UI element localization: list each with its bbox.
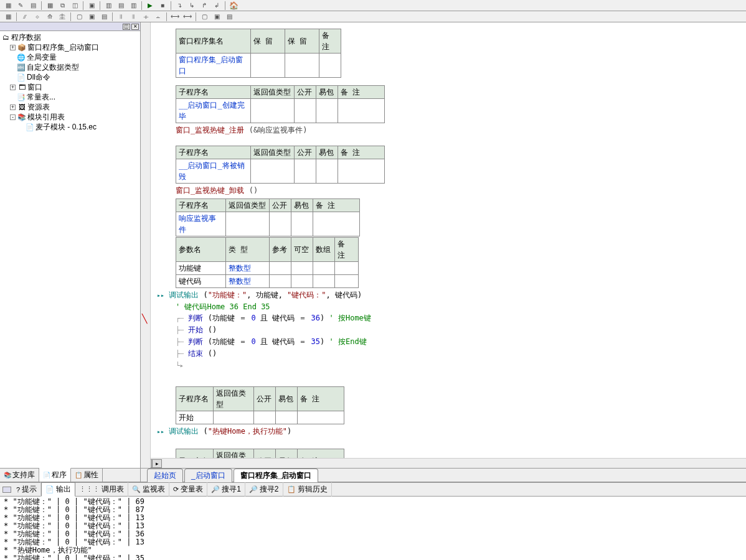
tree-item-label: 常量表... (27, 92, 55, 103)
tb-icon[interactable]: ◫ (69, 1, 80, 11)
tb-icon[interactable]: ▥ (103, 1, 114, 11)
tab-label: 输出 (56, 484, 71, 495)
tab-label: 调用表 (102, 484, 124, 495)
tb-icon[interactable]: ↳ (186, 1, 197, 11)
tb-icon[interactable]: ⫴ (128, 12, 139, 22)
output-line: * "功能键：" | 0 | "键代码：" | 13 (4, 538, 742, 546)
home-icon[interactable]: 🏠 (228, 1, 239, 11)
bottom-tab[interactable]: ⟳变量表 (169, 482, 207, 497)
tab-label: 变量表 (181, 484, 203, 495)
tab-icon: 📋 (75, 472, 82, 478)
tb-icon[interactable]: ▣ (86, 1, 97, 11)
tree-item[interactable]: +🗔窗口 (1, 82, 139, 92)
left-tab[interactable]: 📚支持库 (0, 469, 39, 482)
tb-icon[interactable]: ⧉ (57, 1, 68, 11)
tree-item-label: 自定义数据类型 (27, 62, 79, 73)
assembly-table: 窗口程序集名保 留保 留备 注 窗口程序集_启动窗口 (176, 29, 341, 78)
tree-item[interactable]: -📚模块引用表 (1, 112, 139, 122)
tb-icon[interactable]: ▦ (2, 1, 14, 11)
tree-item[interactable]: 📄麦子模块 - 0.15.ec (1, 122, 139, 132)
tb-icon[interactable]: ▤ (224, 12, 235, 22)
left-tab[interactable]: 📄程序 (39, 468, 71, 482)
tb-icon[interactable]: ⟷ (182, 12, 193, 22)
bottom-tab[interactable]: ?提示 (12, 482, 41, 497)
code-content[interactable]: 窗口程序集名保 留保 留备 注 窗口程序集_启动窗口 子程序名返回值类型公开易包… (151, 22, 746, 458)
tree-toggle-icon[interactable]: + (10, 45, 16, 50)
panel-grip-icon[interactable] (2, 487, 11, 493)
tree-item-icon: 🔤 (17, 63, 26, 72)
tree-toggle-icon[interactable]: - (10, 114, 16, 120)
panel-header: ◫ ✕ (0, 22, 140, 31)
tab-label: 搜寻1 (222, 484, 241, 495)
tb-icon[interactable]: ⫠ (153, 12, 164, 22)
tb-icon[interactable]: ⫴ (115, 12, 126, 22)
tb-icon[interactable]: ▤ (115, 1, 126, 11)
tb-icon[interactable]: ▦ (44, 1, 55, 11)
tb-icon[interactable]: ⟰ (44, 12, 55, 22)
tree-item[interactable]: 📄Dll命令 (1, 72, 139, 82)
tb-icon[interactable]: ✎ (15, 1, 26, 11)
tree-item[interactable]: +📦窗口程序集_启动窗口 (1, 42, 139, 52)
tb-icon[interactable]: ⫽ (19, 12, 31, 22)
tb-icon[interactable]: ⟷ (169, 12, 181, 22)
panel-pin-icon[interactable]: ◫ (123, 24, 130, 30)
tree-item-label: 全局变量 (27, 52, 57, 63)
tb-icon[interactable]: ↴ (174, 1, 185, 11)
tb-icon[interactable]: 圭 (57, 12, 68, 22)
tree-item[interactable]: +🖼资源表 (1, 102, 139, 112)
tree-root-label: 程序数据 (11, 32, 41, 43)
tree-item-label: 窗口 (27, 82, 42, 93)
horizontal-scrollbar[interactable]: ◂ ▸ (141, 458, 746, 468)
tb-icon[interactable]: ▦ (2, 12, 14, 22)
code-gutter: ╲ (141, 22, 151, 468)
tab-icon: 📋 (287, 485, 296, 493)
tb-icon[interactable]: ▤ (98, 12, 110, 22)
tab-label: 监视表 (143, 484, 165, 495)
panel-close-icon[interactable]: ✕ (131, 24, 139, 30)
run-icon[interactable]: ▶ (144, 1, 156, 11)
tab-icon: ⟳ (173, 485, 179, 493)
tree-item-icon: 🌐 (17, 54, 26, 62)
project-panel: ◫ ✕ 🗂 程序数据 +📦窗口程序集_启动窗口🌐全局变量🔤自定义数据类型📄Dll… (0, 22, 141, 482)
tab-label: 属性 (83, 470, 98, 480)
code-tab[interactable]: 起始页 (147, 469, 183, 482)
tb-icon[interactable]: ▥ (128, 1, 139, 11)
scroll-right-icon[interactable]: ▸ (152, 459, 162, 468)
tb-icon[interactable]: ▢ (73, 12, 85, 22)
tb-icon[interactable]: ▤ (27, 1, 39, 11)
bottom-tab[interactable]: 🔎搜寻2 (245, 482, 283, 497)
tree-item-label: Dll命令 (27, 72, 50, 83)
tab-icon: 🔍 (132, 485, 141, 493)
bottom-tab[interactable]: 📋剪辑历史 (283, 482, 332, 497)
tree-item[interactable]: 📑常量表... (1, 92, 139, 102)
tree-item-icon: 🗔 (17, 83, 26, 91)
bottom-tab[interactable]: 🔎搜寻1 (207, 482, 245, 497)
code-editor[interactable]: ╲ 窗口程序集名保 留保 留备 注 窗口程序集_启动窗口 子程序名返回值类型公开… (141, 22, 746, 482)
tb-icon[interactable]: ■ (157, 1, 168, 11)
tree-toggle-icon[interactable]: + (10, 85, 16, 90)
bottom-tab[interactable]: 📄输出 (41, 482, 75, 497)
bottom-tab[interactable]: 🔍监视表 (128, 482, 169, 497)
tree-item[interactable]: 🔤自定义数据类型 (1, 62, 139, 72)
tb-icon[interactable]: ▣ (86, 12, 97, 22)
tb-icon[interactable]: ▣ (211, 12, 222, 22)
tb-icon[interactable]: ⟛ (140, 12, 151, 22)
bottom-tab[interactable]: ⋮⋮⋮调用表 (75, 482, 128, 497)
tb-icon[interactable]: ▢ (199, 12, 210, 22)
output-area[interactable]: * "功能键：" | 0 | "键代码：" | 69* "功能键：" | 0 |… (0, 497, 746, 560)
tree-item-icon: 📚 (17, 113, 26, 121)
tb-icon[interactable]: ⟐ (32, 12, 43, 22)
tree-root[interactable]: 🗂 程序数据 (1, 32, 139, 42)
code-tab[interactable]: _启动窗口 (184, 469, 232, 482)
tree-item[interactable]: 🌐全局变量 (1, 52, 139, 62)
tb-icon[interactable]: ↱ (199, 1, 210, 11)
tb-icon[interactable]: ↲ (211, 1, 222, 11)
tab-label: 程序 (52, 470, 67, 480)
code-tabs: 起始页_启动窗口窗口程序集_启动窗口 (141, 468, 746, 482)
tree-item-icon: 📄 (26, 123, 34, 131)
code-tab[interactable]: 窗口程序集_启动窗口 (234, 469, 319, 482)
tree-toggle-icon[interactable]: + (10, 105, 16, 110)
project-tree[interactable]: 🗂 程序数据 +📦窗口程序集_启动窗口🌐全局变量🔤自定义数据类型📄Dll命令+🗔… (0, 31, 140, 468)
tab-icon: 📄 (45, 485, 54, 493)
left-tab[interactable]: 📋属性 (71, 469, 103, 482)
